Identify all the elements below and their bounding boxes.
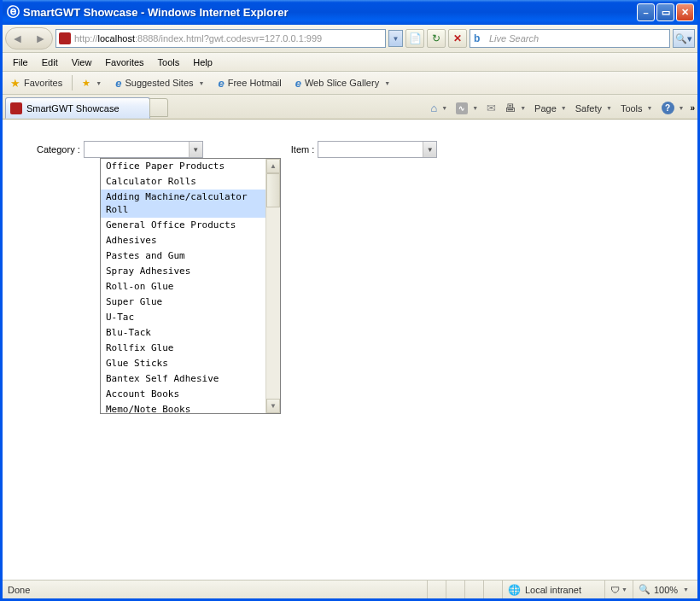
refresh-button[interactable]: ↻ [427,29,446,48]
mail-button[interactable]: ✉ [484,100,499,116]
titlebar: ⓔ SmartGWT Showcase - Windows Internet E… [3,0,697,25]
menu-view[interactable]: View [65,53,99,71]
dropdown-option[interactable]: Adhesives [101,233,265,248]
bing-icon: b [474,32,486,44]
dropdown-option[interactable]: U-Tac [101,310,265,325]
search-placeholder: Live Search [489,33,539,44]
navbar: ◄ ► http://localhost:8888/index.html?gwt… [3,25,697,53]
rss-icon: ∿ [456,102,468,114]
menu-tools[interactable]: Tools [151,53,187,71]
dropdown-option[interactable]: Blu-Tack [101,325,265,341]
menu-help[interactable]: Help [186,53,219,71]
protected-mode[interactable]: 🛡 ▼ [604,581,633,598]
minimize-button[interactable]: – [637,3,655,21]
nav-back-forward: ◄ ► [5,27,53,50]
home-button[interactable]: ⌂▼ [428,100,450,116]
url-prefix: http:// [74,33,98,44]
dropdown-option[interactable]: Bantex Self Adhesive [101,371,265,387]
address-bar[interactable]: http://localhost:8888/index.html?gwt.cod… [55,29,386,48]
safety-label: Safety [575,103,602,114]
forward-button[interactable]: ► [29,28,52,49]
ie-e-icon: e [295,77,301,90]
category-field: Category : ▼ [37,141,203,158]
favorites-label: Favorites [24,78,62,88]
search-box[interactable]: b Live Search [470,29,670,48]
zone-label: Local intranet [525,585,581,595]
dropdown-option[interactable]: Super Glue [101,295,265,310]
new-tab-button[interactable] [149,98,168,117]
dropdown-option[interactable]: Calculator Rolls [101,174,265,190]
ie-e-icon: e [115,77,121,90]
scroll-track[interactable] [266,207,280,399]
url-host: localhost [98,33,135,44]
category-label: Category : [37,144,80,155]
favorites-button[interactable]: ★ Favorites [6,75,67,91]
category-dropdown-button[interactable]: ▼ [189,142,202,157]
ie-icon: ⓔ [6,6,20,20]
hotmail-label: Free Hotmail [228,78,282,88]
dropdown-option[interactable]: Office Paper Products [101,159,265,174]
rss-button[interactable]: ∿▼ [453,101,481,116]
tools-menu[interactable]: Tools▼ [618,102,656,115]
web-slice-button[interactable]: e Web Slice Gallery ▼ [291,75,394,91]
chevron-down-icon: ▼ [199,80,205,86]
tabbar: SmartGWT Showcase ⌂▼ ∿▼ ✉ 🖶▼ Page▼ Safet… [3,95,697,120]
scroll-thumb[interactable] [266,173,280,207]
close-button[interactable]: ✕ [676,3,694,21]
chevron-down-icon: ▼ [96,80,102,86]
chevron-down-icon: ▼ [520,105,526,111]
category-select[interactable]: ▼ [84,141,203,158]
address-dropdown[interactable]: ▼ [388,30,403,47]
dropdown-option[interactable]: Rollfix Glue [101,341,265,356]
chevron-down-icon: ▼ [561,105,567,111]
menu-file[interactable]: File [6,53,35,71]
status-cell [427,581,446,598]
zoom-control[interactable]: 🔍 100% ▼ [633,581,694,598]
statusbar: Done 🌐 Local intranet 🛡 ▼ 🔍 100% ▼ [3,580,697,598]
suggested-sites-button[interactable]: e Suggested Sites ▼ [111,75,208,91]
add-favorite-button[interactable]: ★ ▼ [78,76,106,90]
menu-edit[interactable]: Edit [35,53,65,71]
chevron-down-icon: ▼ [621,586,627,592]
window-title: SmartGWT Showcase - Windows Internet Exp… [23,6,637,19]
search-go-button[interactable]: 🔍▾ [673,29,695,48]
chevron-down-icon: ▼ [472,105,478,111]
compat-button[interactable]: 📄 [405,29,424,48]
free-hotmail-button[interactable]: e Free Hotmail [213,75,285,91]
item-select[interactable]: ▼ [318,141,437,158]
print-button[interactable]: 🖶▼ [502,100,528,116]
back-button[interactable]: ◄ [6,28,29,49]
suggested-label: Suggested Sites [125,78,193,88]
zoom-value: 100% [654,585,678,595]
security-zone[interactable]: 🌐 Local intranet [502,581,604,598]
dropdown-option[interactable]: Roll-on Glue [101,279,265,295]
tab-active[interactable]: SmartGWT Showcase [5,97,150,119]
home-icon: ⌂ [430,102,437,114]
page-menu[interactable]: Page▼ [532,102,569,115]
help-button[interactable]: ?▼ [659,100,687,116]
menu-favorites[interactable]: Favorites [98,53,150,71]
category-dropdown-list: Office Paper ProductsCalculator RollsAdd… [100,158,281,414]
item-dropdown-button[interactable]: ▼ [423,142,436,157]
dropdown-option[interactable]: Glue Sticks [101,356,265,371]
dropdown-option[interactable]: Memo/Note Books [101,402,265,413]
dropdown-option[interactable]: Pastes and Gum [101,248,265,264]
more-commands[interactable]: » [690,103,695,113]
menubar: File Edit View Favorites Tools Help [3,53,697,72]
chevron-down-icon: ▼ [384,80,390,86]
scroll-up-button[interactable]: ▲ [266,159,280,173]
maximize-button[interactable]: ▭ [656,3,674,21]
item-label: Item : [291,144,315,155]
favicon-icon [10,102,22,114]
favorites-bar: ★ Favorites ★ ▼ e Suggested Sites ▼ e Fr… [3,72,697,95]
magnifier-icon: 🔍 [639,584,650,595]
safety-menu[interactable]: Safety▼ [573,102,615,115]
dropdown-option[interactable]: Adding Machine/calculator Roll [101,190,265,218]
dropdown-option[interactable]: Account Books [101,387,265,402]
scroll-down-button[interactable]: ▼ [266,399,280,413]
url-text: http://localhost:8888/index.html?gwt.cod… [74,33,384,44]
stop-button[interactable]: ✕ [448,29,467,48]
dropdown-option[interactable]: General Office Products [101,218,265,233]
dropdown-option[interactable]: Spray Adhesives [101,264,265,279]
dropdown-scrollbar[interactable]: ▲ ▼ [265,159,280,413]
